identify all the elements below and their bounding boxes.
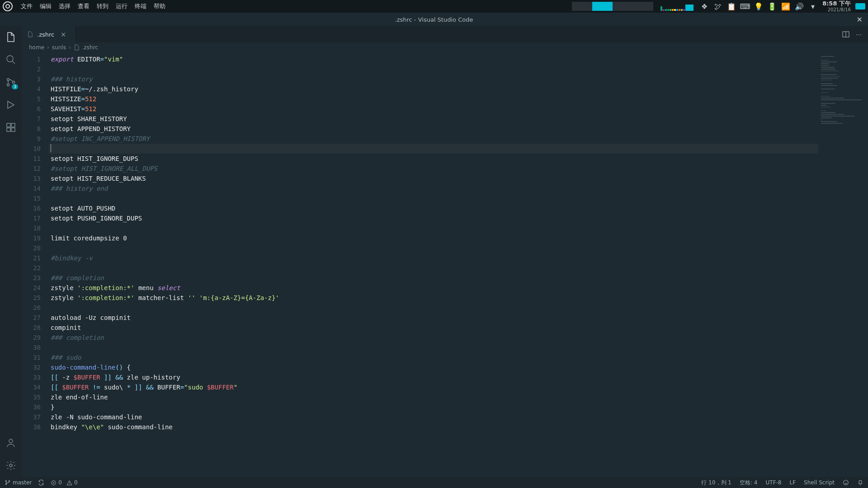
code-line[interactable] bbox=[49, 243, 818, 253]
indentation[interactable]: 空格: 4 bbox=[740, 479, 758, 487]
bird-icon[interactable]: 🕊 bbox=[714, 2, 722, 10]
code-line[interactable]: ### completion bbox=[49, 273, 818, 283]
file-icon bbox=[74, 44, 80, 51]
accounts-icon[interactable] bbox=[5, 436, 17, 449]
warning-icon bbox=[66, 480, 72, 486]
code-line[interactable]: ### history bbox=[49, 74, 818, 84]
run-debug-icon[interactable] bbox=[5, 99, 17, 111]
code-line[interactable]: #setopt HIST_IGNORE_ALL_DUPS bbox=[49, 164, 818, 174]
code-line[interactable]: [[ $BUFFER != sudo\ * ]] && BUFFER="sudo… bbox=[49, 382, 818, 392]
line-number: 33 bbox=[22, 372, 41, 382]
chevron-down-icon[interactable]: ▾ bbox=[809, 2, 817, 10]
eol[interactable]: LF bbox=[790, 479, 796, 486]
sync-button[interactable] bbox=[38, 479, 44, 486]
code-line[interactable]: zle -N sudo-command-line bbox=[49, 412, 818, 422]
clock-date: 2021/8/16 bbox=[822, 7, 851, 12]
code-line[interactable] bbox=[49, 303, 818, 313]
show-desktop-icon[interactable] bbox=[855, 3, 865, 9]
code-line[interactable] bbox=[49, 343, 818, 352]
code-line[interactable]: zle end-of-line bbox=[49, 392, 818, 402]
code-line[interactable]: setopt HIST_IGNORE_DUPS bbox=[49, 154, 818, 164]
code-line[interactable]: #bindkey -v bbox=[49, 253, 818, 263]
code-line[interactable]: HISTSIZE=512 bbox=[49, 94, 818, 104]
flame-icon[interactable]: ❖ bbox=[700, 2, 708, 10]
line-number: 37 bbox=[22, 412, 41, 422]
code-line[interactable]: [[ -z $BUFFER ]] && zle up-history bbox=[49, 372, 818, 382]
battery-icon[interactable]: 🔋 bbox=[768, 2, 776, 10]
code-line[interactable] bbox=[49, 193, 818, 203]
code-line[interactable]: setopt SHARE_HISTORY bbox=[49, 114, 818, 124]
code-line[interactable]: limit coredumpsize 0 bbox=[49, 233, 818, 243]
code-line[interactable]: ### completion bbox=[49, 333, 818, 343]
split-editor-icon[interactable] bbox=[842, 31, 849, 38]
code-line[interactable]: #setopt INC_APPEND_HISTORY bbox=[49, 134, 818, 144]
code-line[interactable]: zstyle ':completion:*' menu select bbox=[49, 283, 818, 293]
code-line[interactable]: setopt APPEND_HISTORY bbox=[49, 124, 818, 134]
svg-rect-6 bbox=[11, 123, 15, 127]
language-mode[interactable]: Shell Script bbox=[804, 479, 835, 486]
os-menu-item[interactable]: 选择 bbox=[55, 2, 74, 10]
os-logo-icon[interactable] bbox=[3, 1, 13, 11]
feedback-icon[interactable] bbox=[843, 479, 849, 486]
clock[interactable]: 8:58 下午 2021/8/16 bbox=[822, 0, 851, 12]
more-actions-icon[interactable]: ⋯ bbox=[856, 31, 862, 38]
line-number: 7 bbox=[22, 114, 41, 124]
code-line[interactable] bbox=[49, 263, 818, 273]
os-menu-item[interactable]: 查看 bbox=[74, 2, 93, 10]
svg-point-1 bbox=[7, 56, 13, 62]
code-line[interactable]: SAVEHIST=512 bbox=[49, 104, 818, 114]
code-line[interactable]: setopt AUTO_PUSHD bbox=[49, 203, 818, 213]
os-menu-item[interactable]: 转到 bbox=[93, 2, 112, 10]
window-close-button[interactable]: ✕ bbox=[857, 15, 863, 24]
code-line[interactable]: export EDITOR="vim" bbox=[49, 54, 818, 64]
code-line[interactable]: ### sudo bbox=[49, 352, 818, 362]
os-menu-item[interactable]: 文件 bbox=[17, 2, 36, 10]
source-control-icon[interactable]: 3 bbox=[5, 76, 17, 89]
code-line[interactable]: bindkey "\e\e" sudo-command-line bbox=[49, 422, 818, 432]
os-menu-item[interactable]: 运行 bbox=[112, 2, 131, 10]
code-line[interactable]: sudo-command-line() { bbox=[49, 362, 818, 372]
clipboard-icon[interactable]: 📋 bbox=[727, 2, 736, 10]
code-line[interactable] bbox=[49, 64, 818, 74]
code-line[interactable]: zstyle ':completion:*' matcher-list '' '… bbox=[49, 293, 818, 303]
git-branch[interactable]: master bbox=[5, 479, 32, 486]
text-editor[interactable]: 1234567891011121314151617181920212223242… bbox=[22, 52, 868, 477]
status-bar: master 0 0 行 10，列 1 空格: 4 UTF-8 LF Shell… bbox=[0, 477, 868, 488]
code-line[interactable] bbox=[49, 144, 818, 154]
code-line[interactable]: HISTFILE=~/.zsh_history bbox=[49, 84, 818, 94]
minimap[interactable] bbox=[818, 52, 868, 477]
code-content[interactable]: export EDITOR="vim"### historyHISTFILE=~… bbox=[49, 52, 818, 477]
encoding[interactable]: UTF-8 bbox=[766, 479, 782, 486]
bulb-icon[interactable]: 💡 bbox=[755, 2, 763, 10]
code-line[interactable]: setopt HIST_REDUCE_BLANKS bbox=[49, 174, 818, 183]
code-line[interactable]: setopt PUSHD_IGNORE_DUPS bbox=[49, 213, 818, 223]
problems[interactable]: 0 0 bbox=[51, 479, 77, 486]
cursor-position[interactable]: 行 10，列 1 bbox=[701, 479, 731, 487]
os-menu-item[interactable]: 帮助 bbox=[150, 2, 169, 10]
tab-close-button[interactable]: × bbox=[61, 31, 66, 38]
os-menu-item[interactable]: 终端 bbox=[131, 2, 150, 10]
settings-gear-icon[interactable] bbox=[5, 459, 17, 472]
code-line[interactable]: ### history end bbox=[49, 183, 818, 193]
line-number: 18 bbox=[22, 223, 41, 233]
keyboard-icon[interactable]: ⌨ bbox=[741, 2, 749, 10]
code-line[interactable]: compinit bbox=[49, 323, 818, 333]
extensions-icon[interactable] bbox=[5, 121, 17, 134]
activity-bar: 3 bbox=[0, 26, 22, 477]
volume-icon[interactable]: 🔊 bbox=[795, 2, 803, 10]
chevron-right-icon: › bbox=[47, 44, 49, 51]
search-icon[interactable] bbox=[5, 53, 17, 66]
breadcrumbs[interactable]: home › sunls › .zshrc bbox=[22, 42, 868, 52]
os-menu-item[interactable]: 编辑 bbox=[36, 2, 55, 10]
explorer-icon[interactable] bbox=[5, 31, 17, 43]
line-number: 17 bbox=[22, 213, 41, 223]
tab-zshrc[interactable]: .zshrc × bbox=[22, 26, 76, 42]
code-line[interactable] bbox=[49, 223, 818, 233]
wifi-icon[interactable]: 📶 bbox=[782, 2, 790, 10]
notifications-icon[interactable] bbox=[857, 479, 863, 486]
code-line[interactable]: } bbox=[49, 402, 818, 412]
code-line[interactable]: autoload -Uz compinit bbox=[49, 313, 818, 323]
line-number: 5 bbox=[22, 94, 41, 104]
line-number: 1 bbox=[22, 54, 41, 64]
line-number: 32 bbox=[22, 362, 41, 372]
